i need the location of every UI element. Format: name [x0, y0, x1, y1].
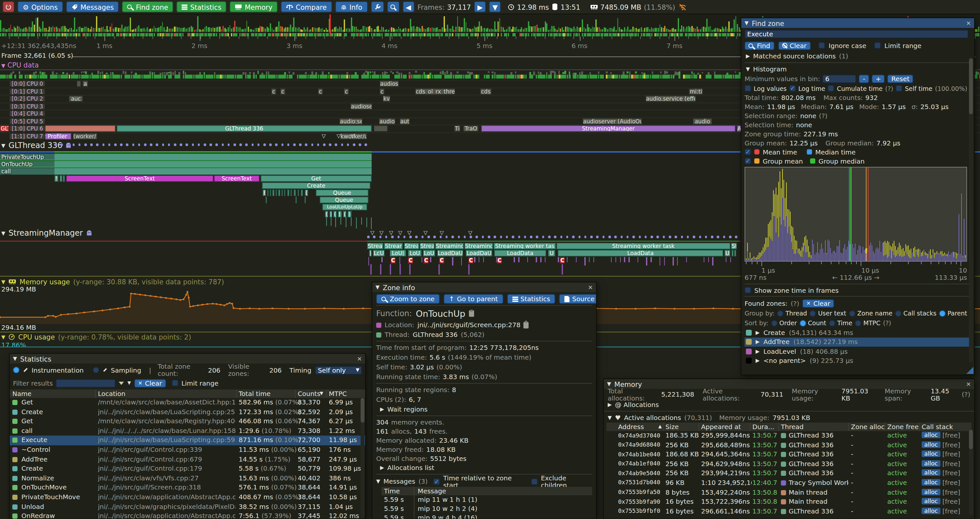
message-row[interactable]: 5.59 smip 9 w 4 h 4 (16): [381, 514, 592, 519]
message-marker-icon[interactable]: ▽: [407, 230, 411, 236]
sort-by-radio-order[interactable]: Order: [771, 319, 797, 327]
radio-icon[interactable]: [799, 320, 806, 326]
memory-usage-header[interactable]: ▼ Memory usage (y-range: 30.88 KB, visib…: [1, 278, 224, 286]
table-row[interactable]: calljni/../jni/../../../src/claw/base/Lu…: [10, 426, 365, 436]
group-by-radio-user-text[interactable]: User text: [810, 310, 846, 317]
found-clear-button[interactable]: ✕Clear: [803, 299, 834, 307]
timeline-zone[interactable]: ScreenText: [214, 175, 259, 181]
alloc-callstack-button[interactable]: alloc: [922, 489, 940, 495]
memory-button[interactable]: Memory: [230, 1, 278, 12]
table-row[interactable]: 0x7553b9fa508 bytes153,492,240ns13:50.8M…: [606, 488, 972, 497]
timeline-zone[interactable]: U: [548, 250, 555, 256]
alloc-callstack-button[interactable]: alloc: [922, 450, 940, 457]
expander-icon[interactable]: ▶: [756, 330, 759, 335]
scrollbar[interactable]: [969, 57, 973, 362]
table-row[interactable]: 0x7553b9fa9016 bytes153,722,396ns13:50.8…: [606, 497, 972, 507]
table-row[interactable]: ~Controljni/../jni/src/guif/Control.cpp:…: [10, 446, 365, 455]
table-row[interactable]: 0x74ab1ef040256 KB294,629,948ns13:50.7GL…: [606, 460, 972, 469]
messages-button[interactable]: Messages: [66, 1, 119, 12]
timeline-zone[interactable]: |: [369, 250, 372, 256]
timeline-zone[interactable]: (: [343, 211, 346, 217]
exclude-children-checkbox[interactable]: [531, 478, 538, 485]
table-row[interactable]: Get/mnt/e/claw/src/claw/base/AssetDict.h…: [10, 398, 365, 407]
message-marker-icon[interactable]: ▽: [389, 230, 393, 236]
log-values-checkbox[interactable]: [745, 85, 751, 91]
group-by-radio-zone-name[interactable]: Zone name: [849, 310, 892, 317]
column-header[interactable]: Size: [665, 423, 679, 430]
crash-chip[interactable]: C: [423, 257, 429, 263]
cpu-zone-chip[interactable]: c: [344, 88, 349, 94]
power-button[interactable]: [3, 1, 14, 12]
help-icon[interactable]: (?): [883, 319, 891, 327]
message-marker-icon[interactable]: ▽: [370, 230, 374, 236]
timeline-zone[interactable]: [298, 189, 299, 196]
column-header[interactable]: Address: [618, 423, 644, 430]
timeline-zone[interactable]: LoaULoiUpLoUp: [322, 203, 367, 210]
close-icon[interactable]: ✕: [966, 381, 971, 387]
zoom-button[interactable]: [387, 1, 399, 12]
options-button[interactable]: ⚙Options: [18, 1, 63, 12]
timeline-zone[interactable]: Queue: [316, 189, 368, 196]
funnel-icon[interactable]: [119, 382, 124, 385]
alloc-callstack-button[interactable]: alloc: [922, 441, 940, 447]
cpu-zone-chip[interactable]: GLThread 336: [117, 125, 372, 132]
cpu-zone-chip[interactable]: cds: [480, 88, 492, 94]
found-zone-item[interactable]: ▶LoadLevel(18) 406.88 µs: [745, 347, 971, 356]
timeline-zone[interactable]: [272, 189, 274, 196]
cpu-zone-chip[interactable]: kv: [383, 96, 390, 102]
table-row[interactable]: OnRedrawjni/../jni/src/claw/application/…: [10, 511, 365, 519]
column-header[interactable]: Zone alloc: [851, 423, 885, 430]
message-row[interactable]: 5.59 smip 10 w 2 h 2 (4): [381, 505, 592, 514]
table-row[interactable]: 0x7531d7b04096 KB1:10 234,952,16112:40.7…: [606, 478, 972, 488]
found-zone-item[interactable]: ▶AddTree(18,542) 227.19 ms: [745, 337, 971, 347]
find-zone-titlebar[interactable]: ▼Find zone✕: [741, 18, 974, 28]
column-header[interactable]: Call stack: [922, 423, 953, 430]
timeline-zone[interactable]: [278, 189, 280, 196]
timeline-zone[interactable]: [282, 189, 283, 196]
timeline-zone[interactable]: [276, 189, 277, 196]
timeline-zone[interactable]: Streaming worker task: [557, 243, 730, 249]
cpu-zone-chip[interactable]: Ti: [454, 125, 460, 132]
cpu-zone-chip[interactable]: [374, 125, 388, 132]
expander-icon[interactable]: ▶: [756, 339, 759, 345]
found-zone-item[interactable]: ▶Create(54,131) 643.34 ms: [745, 328, 971, 337]
instrumentation-radio[interactable]: [13, 367, 19, 373]
column-header[interactable]: Zone free: [887, 423, 919, 430]
wait-regions-expander[interactable]: ▶Wait regions: [376, 404, 592, 414]
table-row[interactable]: 0x74ab9e5040256 KB293,994,219ns13:50.7GL…: [606, 469, 972, 478]
thread-depth-zone[interactable]: [0, 153, 372, 160]
timing-select[interactable]: Self only▼: [315, 366, 362, 374]
ignore-case-checkbox[interactable]: [818, 42, 825, 49]
message-marker-icon[interactable]: ▽: [351, 134, 355, 139]
close-icon[interactable]: ✕: [357, 355, 362, 362]
close-icon[interactable]: ✕: [588, 284, 593, 291]
memory-table-header[interactable]: AddressSizeAppeared atDura...ThreadZone …: [606, 423, 972, 431]
help-icon[interactable]: (?): [791, 300, 799, 307]
timeline-zone[interactable]: E: [262, 189, 266, 196]
matched-locations-expander[interactable]: ▶Matched source locations(1): [745, 51, 971, 61]
group-by-radio-parent[interactable]: Parent: [939, 310, 967, 317]
timeline-zone[interactable]: Strea: [404, 243, 419, 249]
message-marker-icon[interactable]: ▽: [379, 230, 383, 236]
cpu-zone-chip[interactable]: cds_ol_rx_threa: [415, 88, 455, 94]
limit-range-checkbox[interactable]: [172, 380, 178, 386]
table-row[interactable]: 0x74ab1be040186.68 KB294,645,364ns13:50.…: [606, 450, 972, 459]
timeline-zone[interactable]: Streaming: [465, 243, 493, 249]
timeline-zone[interactable]: |: [329, 211, 332, 217]
cpu-zone-chip[interactable]: (worker/): [73, 133, 97, 139]
column-header[interactable]: Dura...: [752, 423, 775, 430]
zone-statistics-button[interactable]: Statistics: [507, 294, 555, 304]
go-to-parent-button[interactable]: ↑Go to parent: [444, 294, 503, 304]
timeline-zone[interactable]: Strea: [420, 243, 434, 249]
expander-icon[interactable]: ▶: [756, 358, 759, 364]
thread-depth-zone[interactable]: [0, 160, 372, 167]
find-zone-input[interactable]: Execute: [745, 30, 968, 38]
cpu-zone-chip[interactable]: GLT: [0, 125, 9, 132]
timeline-zone[interactable]: LoU: [423, 250, 435, 256]
close-icon[interactable]: ✕: [966, 20, 971, 26]
timeline-zone[interactable]: LoadData: [558, 250, 723, 256]
radio-icon[interactable]: [777, 310, 783, 316]
prev-frame-button[interactable]: ◀: [402, 1, 414, 12]
find-button[interactable]: Find: [745, 41, 774, 50]
source-button[interactable]: Source: [559, 294, 597, 304]
